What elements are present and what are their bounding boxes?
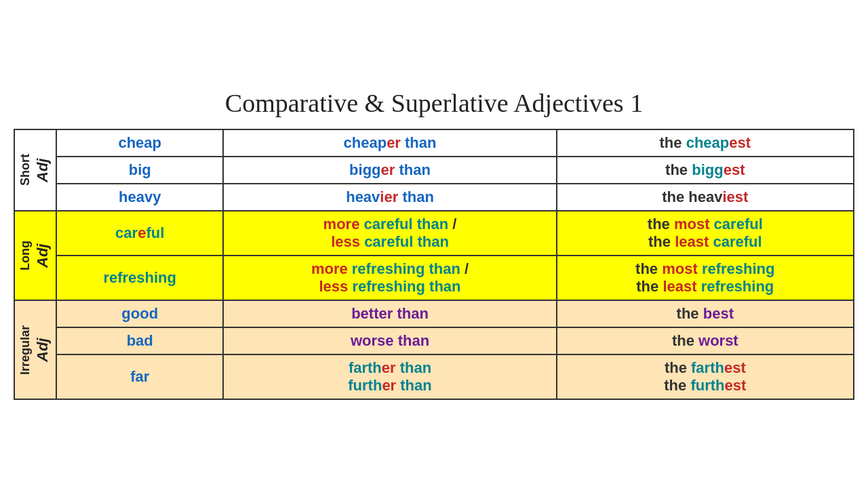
comparative-form: farther than further than	[223, 354, 556, 399]
comparative-form: heavier than	[223, 184, 556, 211]
comparative-form: worse than	[223, 327, 556, 354]
adjectives-table: ShortAdj cheap cheaper than the cheapest…	[14, 129, 854, 400]
table-row: LongAdj careful more careful than / less…	[14, 211, 854, 256]
table-row: bad worse than the worst	[14, 327, 854, 354]
table-row: heavy heavier than the heaviest	[14, 184, 854, 211]
comparative-form: more refreshing than / less refreshing t…	[223, 256, 556, 300]
table-row: refreshing more refreshing than / less r…	[14, 256, 854, 300]
superlative-form: the worst	[557, 327, 854, 354]
superlative-form: the cheapest	[557, 129, 854, 157]
base-word: heavy	[56, 184, 223, 211]
superlative-form: the most careful the least careful	[557, 211, 854, 256]
superlative-form: the heaviest	[557, 184, 854, 211]
base-word: cheap	[56, 129, 223, 157]
comparative-form: cheaper than	[223, 129, 556, 157]
base-word: bad	[56, 327, 223, 354]
base-word: far	[56, 354, 223, 399]
table-row: ShortAdj cheap cheaper than the cheapest	[14, 129, 854, 157]
table-row: far farther than further than the farthe…	[14, 354, 854, 399]
section-label-long: LongAdj	[14, 211, 56, 300]
superlative-form: the best	[557, 300, 854, 327]
base-word: good	[56, 300, 223, 327]
base-word: big	[56, 157, 223, 184]
page-title: Comparative & Superlative Adjectives 1	[225, 88, 643, 118]
superlative-form: the biggest	[557, 157, 854, 184]
section-label-irregular: IrregularAdj	[14, 300, 56, 399]
superlative-form: the most refreshing the least refreshing	[557, 256, 854, 300]
section-label-short: ShortAdj	[14, 129, 56, 211]
comparative-form: better than	[223, 300, 556, 327]
comparative-form: more careful than / less careful than	[223, 211, 556, 256]
comparative-form: bigger than	[223, 157, 556, 184]
base-word: refreshing	[56, 256, 223, 300]
table-row: IrregularAdj good better than the best	[14, 300, 854, 327]
table-row: big bigger than the biggest	[14, 157, 854, 184]
superlative-form: the farthest the furthest	[557, 354, 854, 399]
base-word: careful	[56, 211, 223, 256]
